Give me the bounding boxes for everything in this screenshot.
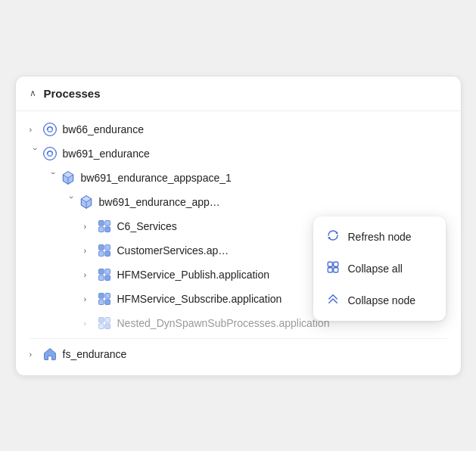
tree-item-bw66[interactable]: › bw66_endurance — [16, 117, 461, 142]
svg-rect-18 — [98, 293, 104, 298]
label-nested: Nested_DynSpawnSubProcesses.application — [117, 317, 330, 329]
collapse-node-icon — [325, 292, 341, 309]
label-appspace: bw691_endurance_appspace_1 — [81, 172, 232, 184]
svg-rect-12 — [98, 250, 104, 256]
expander-appspace[interactable]: › — [49, 172, 58, 184]
svg-rect-28 — [328, 262, 332, 266]
svg-rect-16 — [98, 275, 104, 280]
home-icon-fs — [42, 346, 58, 362]
svg-rect-24 — [98, 323, 104, 328]
expander-c6[interactable]: › — [84, 222, 96, 231]
cube-icon-app — [78, 194, 95, 210]
expander-app[interactable]: › — [67, 196, 76, 208]
section-chevron[interactable]: ∧ — [30, 88, 36, 98]
tree-item-app[interactable]: › bw691_endurance_app… — [16, 190, 461, 214]
label-bw691: bw691_endurance — [63, 148, 150, 160]
svg-rect-10 — [98, 244, 104, 250]
context-menu: Refresh node Collapse all Collapse nod — [313, 216, 446, 321]
section-title: Processes — [44, 87, 101, 100]
cube-icon-appspace — [60, 170, 76, 186]
svg-point-3 — [43, 147, 56, 160]
expander-bw66[interactable]: › — [30, 125, 42, 134]
context-collapse-all-label: Collapse all — [348, 263, 403, 275]
service-icon-hfm-publish — [96, 266, 113, 283]
tree-item-fs[interactable]: › fs_endurance — [16, 342, 461, 366]
expander-fs[interactable]: › — [30, 350, 42, 359]
context-menu-collapse-all[interactable]: Collapse all — [313, 253, 446, 285]
label-app: bw691_endurance_app… — [99, 196, 220, 208]
svg-rect-6 — [98, 220, 104, 226]
svg-point-0 — [43, 123, 56, 135]
svg-rect-20 — [98, 299, 104, 304]
context-menu-collapse-node[interactable]: Collapse node — [313, 285, 446, 316]
svg-rect-17 — [104, 275, 110, 280]
service-icon-hfm-subscribe — [96, 291, 113, 307]
expander-nested[interactable]: › — [84, 319, 96, 328]
expander-customer[interactable]: › — [84, 246, 96, 255]
svg-rect-29 — [333, 262, 338, 266]
service-icon-c6 — [96, 218, 113, 235]
tree-item-bw691[interactable]: › bw691_endurance — [16, 142, 461, 166]
svg-rect-21 — [104, 299, 110, 304]
svg-rect-15 — [104, 269, 110, 274]
svg-rect-14 — [98, 269, 104, 274]
processes-panel: ∧ Processes › bw66_endurance › — [15, 76, 462, 376]
context-refresh-label: Refresh node — [348, 231, 412, 243]
expander-hfm-subscribe[interactable]: › — [84, 294, 96, 303]
svg-rect-8 — [98, 226, 104, 232]
context-collapse-node-label: Collapse node — [348, 294, 416, 306]
section-header[interactable]: ∧ Processes — [16, 76, 461, 111]
label-c6: C6_Services — [117, 220, 177, 232]
tree-item-appspace[interactable]: › bw691_endurance_appspace_1 — [16, 166, 461, 190]
service-icon-customer — [96, 242, 113, 259]
process-icon-bw66 — [42, 121, 58, 138]
svg-rect-22 — [98, 317, 104, 322]
svg-rect-30 — [328, 267, 332, 272]
svg-rect-19 — [104, 293, 110, 298]
label-fs: fs_endurance — [63, 348, 127, 360]
process-icon-bw691 — [42, 145, 58, 162]
label-hfm-publish: HFMService_Publish.application — [117, 269, 270, 281]
context-menu-refresh[interactable]: Refresh node — [313, 221, 446, 253]
collapse-all-icon — [325, 260, 341, 277]
service-icon-nested — [96, 315, 113, 331]
refresh-icon — [325, 229, 341, 245]
label-customer: CustomerServices.ap… — [117, 244, 229, 257]
expander-bw691[interactable]: › — [31, 148, 40, 160]
label-hfm-subscribe: HFMService_Subscribe.application — [117, 293, 282, 305]
expander-hfm-publish[interactable]: › — [84, 270, 96, 279]
svg-rect-7 — [104, 220, 110, 226]
svg-rect-11 — [104, 244, 110, 250]
svg-rect-23 — [104, 317, 110, 322]
svg-rect-25 — [104, 323, 110, 328]
svg-rect-13 — [104, 250, 110, 256]
svg-rect-31 — [333, 267, 338, 272]
svg-rect-9 — [104, 226, 110, 232]
label-bw66: bw66_endurance — [63, 123, 144, 135]
